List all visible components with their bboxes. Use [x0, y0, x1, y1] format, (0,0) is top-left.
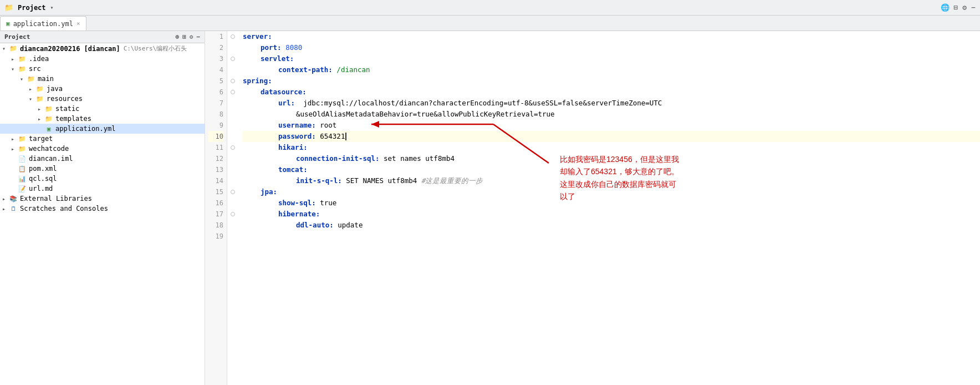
- templates-folder-icon: 📁: [44, 115, 53, 123]
- ln-15: 15: [208, 186, 223, 197]
- gutter-5[interactable]: [227, 75, 238, 87]
- code-line-11: hikari:: [243, 142, 980, 153]
- tree-node-scratches[interactable]: 🗒 Scratches and Consoles: [0, 204, 205, 214]
- code-line-1: server:: [243, 31, 980, 42]
- editor[interactable]: 1 2 3 4 5 6 7 8 9 10 11 12 13 14 15 16 1…: [205, 31, 980, 385]
- minus-icon[interactable]: −: [971, 3, 976, 12]
- idea-folder-icon: 📁: [18, 55, 27, 63]
- code-line-2: port: 8080: [243, 42, 980, 53]
- code-line-9: username: root: [243, 120, 980, 131]
- tree-node-pomxml[interactable]: 📋 pom.xml: [0, 164, 205, 174]
- code-line-5: spring:: [243, 75, 980, 87]
- extlibs-icon: 📚: [9, 195, 18, 202]
- globe-icon[interactable]: 🌐: [941, 3, 950, 12]
- tree-node-urlmd[interactable]: 📝 url.md: [0, 184, 205, 194]
- iml-file-icon: 📄: [18, 155, 27, 163]
- minus-icon[interactable]: −: [196, 33, 200, 40]
- gutter-3[interactable]: [227, 53, 238, 64]
- ln-2: 2: [208, 42, 223, 53]
- tab-application-yml[interactable]: ▣ application.yml ×: [0, 16, 86, 31]
- appyml-file-icon: ▣: [44, 125, 53, 133]
- ln-12: 12: [208, 153, 223, 164]
- tab-bar: ▣ application.yml ×: [0, 16, 980, 31]
- editor-content: 1 2 3 4 5 6 7 8 9 10 11 12 13 14 15 16 1…: [205, 31, 980, 385]
- settings-icon[interactable]: ⚙: [962, 3, 967, 12]
- tree-node-src[interactable]: 📁 src: [0, 64, 205, 74]
- java-label: java: [47, 85, 63, 93]
- tree-node-appyml[interactable]: ▣ application.yml: [0, 124, 205, 134]
- code-line-7: url: jdbc:mysql://localhost/diancan?char…: [243, 98, 980, 109]
- resources-arrow: [29, 96, 35, 102]
- gutter-13: [227, 164, 238, 175]
- globe-icon[interactable]: ⊕: [176, 33, 180, 40]
- tree-node-diancaniml[interactable]: 📄 diancan.iml: [0, 154, 205, 164]
- main-arrow: [20, 76, 27, 82]
- diancaniml-label: diancan.iml: [29, 155, 73, 163]
- wechatcode-folder-icon: 📁: [18, 145, 27, 153]
- project-folder-icon: 📁: [9, 45, 18, 53]
- tree-node-wechatcode[interactable]: 📁 wechatcode: [0, 144, 205, 154]
- gear-icon[interactable]: ⚙: [190, 33, 193, 40]
- tree-node-static[interactable]: 📁 static: [0, 104, 205, 114]
- gutter-column: [227, 31, 238, 385]
- ln-1: 1: [208, 31, 223, 42]
- resources-folder-icon: 📁: [35, 95, 44, 103]
- gutter-1[interactable]: [227, 31, 238, 42]
- static-arrow: [38, 106, 44, 112]
- templates-label: templates: [55, 115, 91, 123]
- tree-node-idea[interactable]: 📁 .idea: [0, 54, 205, 64]
- target-arrow: [11, 136, 18, 142]
- tree-node-templates[interactable]: 📁 templates: [0, 114, 205, 124]
- annotation-line-4: 以了: [560, 190, 679, 202]
- split-icon[interactable]: ⊟: [954, 3, 958, 12]
- code-line-10: password: 654321: [243, 131, 980, 142]
- gutter-17[interactable]: [227, 209, 238, 220]
- gutter-18: [227, 220, 238, 231]
- project-arrow[interactable]: [50, 4, 57, 11]
- gutter-7: [227, 98, 238, 109]
- ln-5: 5: [208, 75, 223, 87]
- root-arrow: [2, 45, 9, 52]
- ln-19: 19: [208, 231, 223, 242]
- code-line-18: ddl-auto: update: [243, 220, 980, 231]
- code-line-3: servlet:: [243, 53, 980, 64]
- tree-node-qclsql[interactable]: 📊 qcl.sql: [0, 174, 205, 184]
- target-label: target: [29, 135, 53, 143]
- annotation-line-3: 这里改成你自己的数据库密码就可: [560, 178, 679, 190]
- main-label: main: [38, 75, 54, 83]
- sidebar-title: Project: [4, 33, 30, 40]
- ln-3: 3: [208, 53, 223, 64]
- extlibs-arrow: [2, 196, 9, 202]
- sql-file-icon: 📊: [18, 175, 27, 183]
- code-line-19: [243, 231, 980, 242]
- target-folder-icon: 📁: [18, 135, 27, 143]
- ln-11: 11: [208, 142, 223, 153]
- root-path: C:\Users\编程小石头: [124, 44, 187, 53]
- scratches-icon: 🗒: [9, 205, 18, 212]
- tab-close-button[interactable]: ×: [76, 20, 80, 27]
- tree-node-root[interactable]: 📁 diancan20200216 [diancan] C:\Users\编程小…: [0, 43, 205, 54]
- tree-node-main[interactable]: 📁 main: [0, 74, 205, 84]
- tree-node-resources[interactable]: 📁 resources: [0, 94, 205, 104]
- src-arrow: [11, 66, 18, 72]
- tree-node-target[interactable]: 📁 target: [0, 134, 205, 144]
- gutter-14: [227, 175, 238, 186]
- java-folder-icon: 📁: [35, 85, 44, 93]
- tree-node-extlibs[interactable]: 📚 External Libraries: [0, 194, 205, 204]
- tree-node-java[interactable]: 📁 java: [0, 84, 205, 94]
- gutter-6[interactable]: [227, 87, 238, 98]
- src-folder-icon: 📁: [18, 65, 27, 73]
- urlmd-label: url.md: [29, 185, 53, 192]
- gutter-11[interactable]: [227, 142, 238, 153]
- gutter-15[interactable]: [227, 186, 238, 197]
- qclsql-label: qcl.sql: [29, 175, 57, 183]
- ln-7: 7: [208, 98, 223, 109]
- gutter-19: [227, 231, 238, 242]
- code-line-4: context-path: /diancan: [243, 64, 980, 75]
- ln-10: 10: [208, 131, 223, 142]
- gutter-8: [227, 109, 238, 120]
- ln-17: 17: [208, 209, 223, 220]
- gutter-2: [227, 42, 238, 53]
- folder-icon: 📁: [4, 3, 13, 12]
- split-h-icon[interactable]: ⊞: [182, 33, 186, 40]
